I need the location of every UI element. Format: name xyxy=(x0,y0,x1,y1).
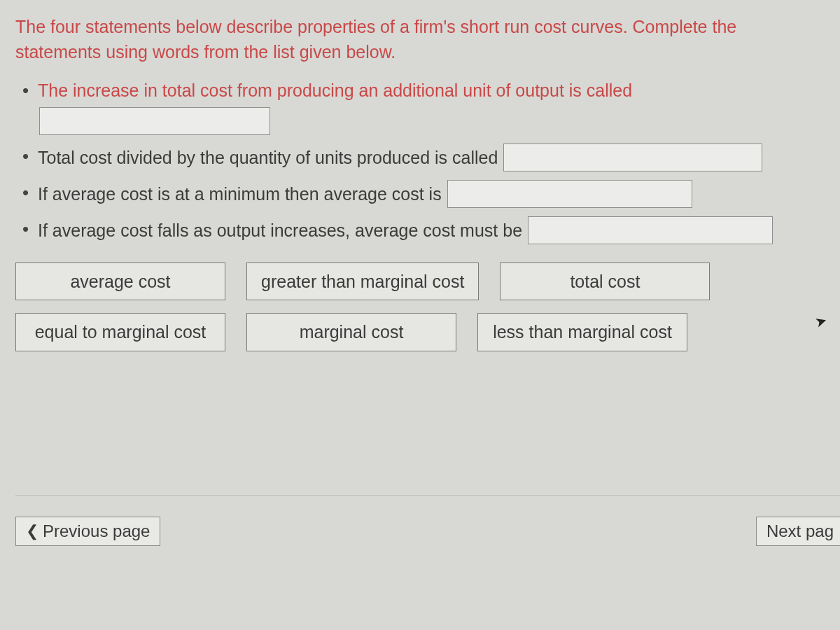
previous-page-button[interactable]: ❮ Previous page xyxy=(15,517,160,546)
next-page-button[interactable]: Next pag xyxy=(756,517,840,546)
instructions-text: The four statements below describe prope… xyxy=(15,14,825,65)
statement-text: Total cost divided by the quantity of un… xyxy=(38,145,498,170)
word-tile[interactable]: average cost xyxy=(15,262,225,300)
word-tile[interactable]: greater than marginal cost xyxy=(246,262,479,300)
cursor-icon: ➤ xyxy=(813,310,830,333)
statement-item: If average cost falls as output increase… xyxy=(18,216,825,244)
drop-slot[interactable] xyxy=(39,107,270,135)
word-tile[interactable]: marginal cost xyxy=(246,313,456,351)
chevron-left-icon: ❮ xyxy=(26,524,38,539)
word-bank: average cost greater than marginal cost … xyxy=(15,262,757,351)
drop-slot[interactable] xyxy=(528,216,773,244)
statement-item: If average cost is at a minimum then ave… xyxy=(18,180,825,208)
prev-label: Previous page xyxy=(43,522,150,541)
nav-bar: ❮ Previous page Next pag xyxy=(15,495,840,546)
word-tile[interactable]: equal to marginal cost xyxy=(15,313,225,351)
drop-slot[interactable] xyxy=(447,180,692,208)
statement-text: If average cost falls as output increase… xyxy=(38,218,522,243)
drop-slot[interactable] xyxy=(503,144,762,172)
statement-text: If average cost is at a minimum then ave… xyxy=(38,181,442,206)
statements-list: The increase in total cost from producin… xyxy=(15,78,825,245)
statement-text: The increase in total cost from producin… xyxy=(38,78,632,103)
statement-item: The increase in total cost from producin… xyxy=(18,78,825,136)
statement-item: Total cost divided by the quantity of un… xyxy=(18,144,825,172)
next-label: Next pag xyxy=(766,522,834,541)
word-tile[interactable]: total cost xyxy=(500,262,710,300)
word-tile[interactable]: less than marginal cost xyxy=(477,313,687,351)
